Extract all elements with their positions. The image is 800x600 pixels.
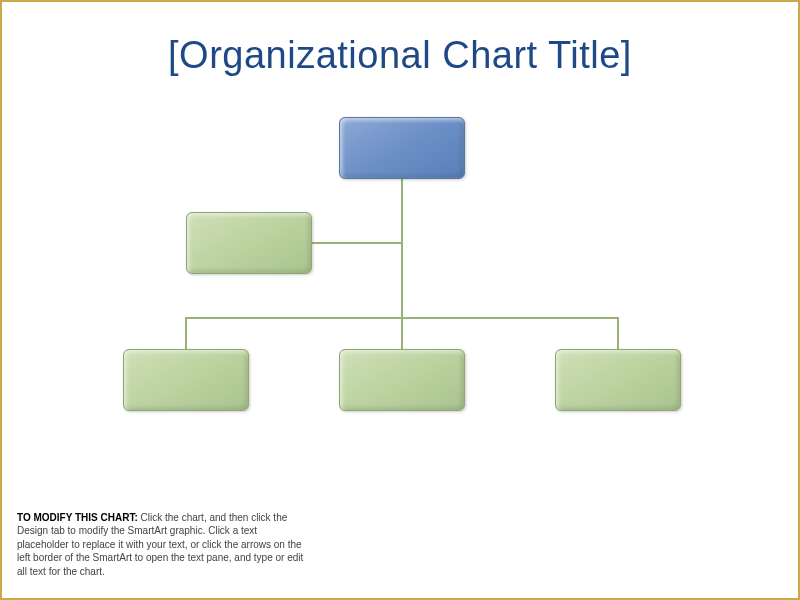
connector-assistant-h — [312, 242, 402, 244]
org-node-child-2[interactable] — [339, 349, 465, 411]
org-node-child-1[interactable] — [123, 349, 249, 411]
org-node-child-3[interactable] — [555, 349, 681, 411]
org-node-root[interactable] — [339, 117, 465, 179]
connector-drop-2 — [401, 317, 403, 349]
org-node-assistant[interactable] — [186, 212, 312, 274]
connector-drop-1 — [185, 317, 187, 349]
connector-drop-3 — [617, 317, 619, 349]
instruction-bold: TO MODIFY THIS CHART: — [17, 512, 138, 523]
connector-root-down — [401, 179, 403, 319]
org-chart[interactable] — [2, 117, 800, 447]
chart-title[interactable]: [Organizational Chart Title] — [2, 34, 798, 77]
instruction-text: TO MODIFY THIS CHART: Click the chart, a… — [17, 511, 307, 579]
